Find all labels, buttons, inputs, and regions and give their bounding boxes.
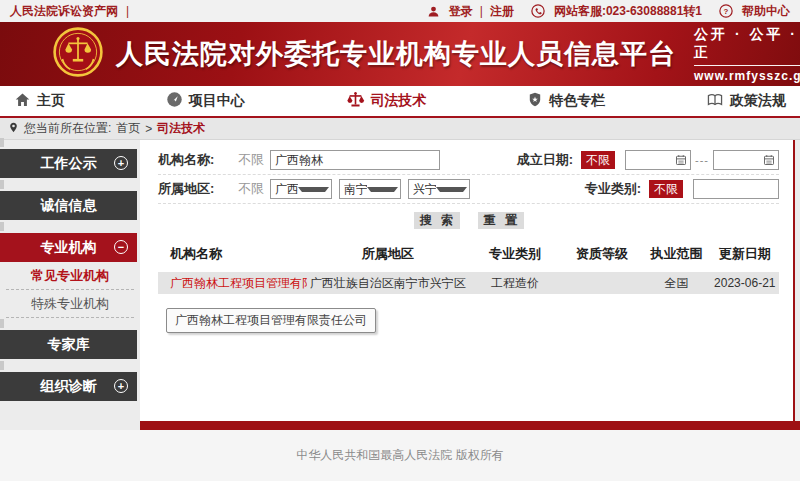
sidebar-item-label: 专家库 (48, 336, 90, 354)
col-header-org-name: 机构名称 (158, 245, 307, 263)
sidebar-item-integrity-info[interactable]: 诚信信息 (0, 191, 137, 220)
org-name-tooltip: 广西翰林工程项目管理有限责任公司 (166, 308, 376, 333)
main-content-panel: 机构名称: 不限 成立日期: 不限 --- 所属地区: (140, 140, 795, 421)
city-select-value: 南宁市 (344, 181, 367, 198)
nav-item-home[interactable]: 主页 (14, 92, 65, 111)
nav-item-judicial-tech[interactable]: 司法技术 (346, 91, 427, 112)
cell-updated: 2023-06-21 (711, 276, 779, 290)
sidebar-item-org-diagnosis[interactable]: 组织诊断 + (0, 372, 137, 401)
banner-website: www.rmfysszc.gov.cn (694, 69, 800, 83)
breadcrumb-home-link[interactable]: 首页 (116, 120, 140, 137)
platform-title: 人民法院对外委托专业机构专业人员信息平台 (116, 36, 676, 72)
nav-label: 司法技术 (371, 92, 427, 110)
login-register-divider: | (480, 4, 483, 18)
login-link[interactable]: 登录 (449, 3, 473, 20)
results-table-header: 机构名称 所属地区 专业类别 资质等级 执业范围 更新日期 (158, 233, 779, 272)
sidebar-item-professional-orgs[interactable]: 专业机构 − (0, 233, 137, 262)
city-select[interactable]: 南宁市 (339, 179, 401, 199)
page-body: 工作公示 + 诚信信息 专业机构 − 常见专业机构 特殊专业机构 专家库 (0, 140, 800, 421)
collapse-minus-icon: − (114, 240, 128, 254)
policy-book-icon (706, 92, 724, 111)
nav-item-project-center[interactable]: 项目中心 (166, 91, 245, 111)
home-icon (14, 92, 31, 111)
org-name-label: 机构名称: (158, 151, 230, 169)
province-select-value: 广西壮族自治 (275, 181, 298, 198)
reset-button[interactable]: 重 置 (478, 212, 524, 229)
sidebar-item-label: 工作公示 (41, 155, 97, 173)
org-name-input[interactable] (270, 150, 440, 170)
location-pin-icon (8, 121, 19, 137)
featured-badge-icon (527, 91, 543, 111)
topbar-divider: | (126, 4, 129, 18)
help-center-link[interactable]: 帮助中心 (742, 3, 790, 20)
help-icon: ? (719, 4, 733, 18)
founded-date-end-input[interactable] (713, 150, 779, 170)
sidebar-item-expert-pool[interactable]: 专家库 (0, 330, 137, 359)
form-row-region: 所属地区: 不限 广西壮族自治 南宁市 兴宁区 专业类别: 不限 (158, 175, 779, 204)
sidebar-item-label: 诚信信息 (41, 197, 97, 215)
register-link[interactable]: 注册 (490, 3, 514, 20)
category-unlimited-button[interactable]: 不限 (649, 180, 683, 198)
region-unlimited-text: 不限 (238, 180, 270, 198)
banner-slogan: 公开 · 公平 · 公正 (694, 26, 800, 66)
category-input[interactable] (693, 179, 779, 199)
page-footer: 中华人民共和国最高人民法院 版权所有 (0, 430, 800, 481)
table-row: 广西翰林工程项目管理有限责任... 广西壮族自治区南宁市兴宁区 工程造价 全国 … (158, 272, 779, 294)
form-row-org-name: 机构名称: 不限 成立日期: 不限 --- (158, 146, 779, 175)
founded-date-label: 成立日期: (517, 151, 573, 169)
nav-label: 政策法规 (730, 92, 786, 110)
breadcrumb-separator: > (145, 122, 152, 136)
page: 人民法院诉讼资产网 | 登录 | 注册 网站客服:023-63088881转1 … (0, 0, 800, 484)
nav-item-featured-columns[interactable]: 特色专栏 (527, 91, 605, 111)
district-select[interactable]: 兴宁区 (408, 179, 470, 199)
breadcrumb: 您当前所在位置: 首页 > 司法技术 (0, 118, 800, 140)
org-name-unlimited-text: 不限 (238, 151, 270, 169)
region-label: 所属地区: (158, 180, 230, 198)
calendar-icon (675, 154, 687, 166)
chevron-down-icon (436, 187, 467, 192)
founded-unlimited-button[interactable]: 不限 (581, 151, 615, 169)
court-emblem-logo (52, 26, 104, 82)
hotline-text: 网站客服:023-63088881转1 (554, 3, 702, 20)
sidebar-submenu: 常见专业机构 特殊专业机构 (6, 262, 134, 318)
sidebar-subitem-common-orgs[interactable]: 常见专业机构 (6, 262, 134, 290)
sidebar-item-label: 专业机构 (41, 239, 97, 257)
sidebar-subitem-label: 常见专业机构 (31, 267, 109, 285)
cell-category: 工程造价 (468, 275, 561, 292)
phone-icon (531, 4, 545, 18)
justice-scales-icon (346, 91, 365, 112)
nav-label: 主页 (37, 92, 65, 110)
breadcrumb-prefix: 您当前所在位置: (24, 120, 111, 137)
date-range-separator: --- (695, 154, 709, 166)
sidebar-subitem-label: 特殊专业机构 (31, 295, 109, 313)
category-label: 专业类别: (585, 180, 641, 198)
cell-region: 广西壮族自治区南宁市兴宁区 (307, 275, 468, 292)
sidebar-item-label: 组织诊断 (41, 378, 97, 396)
sidebar-subitem-special-orgs[interactable]: 特殊专业机构 (6, 290, 134, 318)
breadcrumb-current: 司法技术 (157, 120, 205, 137)
sidebar-item-work-publicity[interactable]: 工作公示 + (0, 149, 137, 178)
nav-item-policies[interactable]: 政策法规 (706, 92, 786, 111)
nav-label: 项目中心 (189, 92, 245, 110)
cell-scope: 全国 (642, 275, 710, 292)
expand-plus-icon: + (114, 156, 128, 170)
district-select-value: 兴宁区 (413, 181, 436, 198)
founded-date-start-input[interactable] (625, 150, 691, 170)
content-bottom-border (0, 421, 800, 430)
sidebar-menu: 工作公示 + 诚信信息 专业机构 − 常见专业机构 特殊专业机构 专家库 (0, 140, 140, 421)
org-name-link[interactable]: 广西翰林工程项目管理有限责任... (170, 275, 307, 292)
chevron-down-icon (298, 187, 329, 192)
search-button[interactable]: 搜 索 (414, 212, 460, 229)
site-banner: 人民法院对外委托专业机构专业人员信息平台 公开 · 公平 · 公正 www.rm… (0, 22, 800, 86)
col-header-qualification: 资质等级 (562, 245, 643, 263)
nav-label: 特色专栏 (549, 92, 605, 110)
col-header-scope: 执业范围 (642, 245, 710, 263)
col-header-updated: 更新日期 (711, 245, 779, 263)
svg-text:?: ? (724, 7, 729, 16)
col-header-category: 专业类别 (468, 245, 561, 263)
form-actions: 搜 索 重 置 (158, 204, 779, 233)
user-icon (427, 5, 440, 18)
portal-link[interactable]: 人民法院诉讼资产网 (10, 3, 118, 20)
main-navigation: 主页 项目中心 司法技术 特色专栏 政策法规 (0, 86, 800, 118)
province-select[interactable]: 广西壮族自治 (270, 179, 332, 199)
